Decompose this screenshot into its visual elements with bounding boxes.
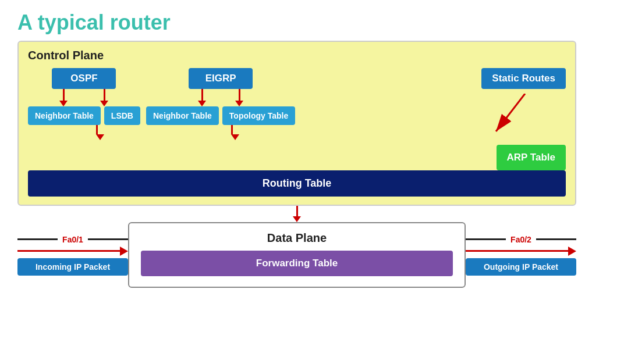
ospf-neighbor-table: Neighbor Table xyxy=(28,106,101,125)
forwarding-table-box: Forwarding Table xyxy=(141,251,453,276)
eigrp-box: EIGRP xyxy=(189,68,253,89)
arp-table-box: ARP Table xyxy=(497,145,566,170)
eigrp-neighbor-table: Neighbor Table xyxy=(146,106,219,125)
page-title: A typical router xyxy=(0,0,624,41)
eigrp-group: EIGRP Neighbor Table Topology Table xyxy=(146,68,295,140)
interface2-label: Fa0/2 xyxy=(506,235,536,244)
incoming-section: Fa0/1 Incoming IP Packet xyxy=(17,235,128,276)
data-plane-box: Data Plane Forwarding Table xyxy=(128,222,466,288)
static-routes-box: Static Routes xyxy=(481,68,566,89)
control-plane-label: Control Plane xyxy=(28,49,566,62)
data-plane-wrapper: Fa0/1 Incoming IP Packet Data Plane Forw… xyxy=(17,222,576,288)
outgoing-section: Fa0/2 Outgoing IP Packet xyxy=(466,235,576,276)
routing-to-forwarding-arrow xyxy=(17,206,576,222)
static-routes-group: Static Routes ARP Table xyxy=(481,68,566,170)
interface1-label: Fa0/1 xyxy=(58,235,88,244)
ospf-lsdb: LSDB xyxy=(104,106,140,125)
ospf-group: OSPF Neighbor Table LSDB xyxy=(28,68,140,140)
static-routes-arrow xyxy=(484,94,566,140)
eigrp-topology-table: Topology Table xyxy=(222,106,295,125)
outgoing-packet-label: Outgoing IP Packet xyxy=(466,258,576,276)
control-plane-box: Control Plane OSPF Neigh xyxy=(17,41,576,206)
routing-table-box: Routing Table xyxy=(28,170,566,197)
ospf-box: OSPF xyxy=(52,68,116,89)
incoming-packet-label: Incoming IP Packet xyxy=(17,258,128,276)
svg-line-1 xyxy=(496,94,525,131)
data-plane-label: Data Plane xyxy=(141,231,453,245)
